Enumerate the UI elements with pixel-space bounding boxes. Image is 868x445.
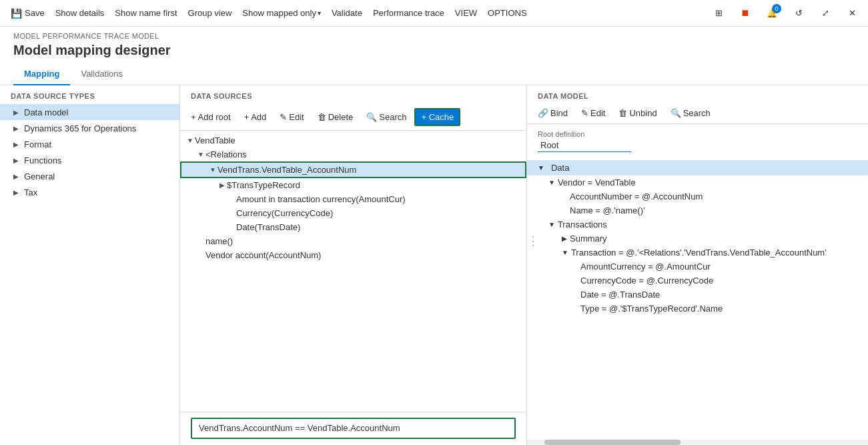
root-definition-area: Root definition [527, 124, 868, 157]
page-title: Model mapping designer [13, 43, 855, 58]
view-button[interactable]: VIEW [450, 5, 482, 21]
expand-arrow-vendtrans: ▼ [208, 166, 218, 173]
expand-icon-functions: ▶ [11, 155, 21, 165]
formula-bar: VendTrans.AccountNum == VendTable.Accoun… [180, 412, 526, 445]
content-area: DATA SOURCE TYPES ▶ Data model ▶ Dynamic… [0, 85, 868, 445]
expand-icon-format: ▶ [11, 139, 21, 149]
refresh-btn[interactable]: ↺ [788, 3, 809, 24]
tree-node-vendoraccount[interactable]: Vendor account(AccountNum) [180, 248, 526, 262]
expand-arrow-summary: ▶ [562, 235, 567, 242]
tree-node-amountcur[interactable]: Amount in transaction currency(AmountCur… [180, 192, 526, 206]
datasource-types-header: DATA SOURCE TYPES [0, 85, 179, 104]
close-icon: ✕ [849, 8, 856, 18]
expand-arrow-vendor: ▼ [548, 179, 555, 186]
tree-node-date[interactable]: Date(TransDate) [180, 220, 526, 234]
expand-arrow-transactions: ▼ [548, 221, 555, 228]
add-root-button[interactable]: + Add root [185, 109, 236, 125]
datasource-tree: ▼ VendTable ▼ <Relations ▼ VendTrans.Ven… [180, 131, 526, 412]
office-icon-btn[interactable]: ■ [735, 3, 756, 24]
cache-button[interactable]: + Cache [414, 108, 460, 126]
datasource-type-dynamics365[interactable]: ▶ Dynamics 365 for Operations [0, 120, 179, 136]
dm-node-transactions[interactable]: ▼ Transactions [527, 217, 868, 232]
bind-button[interactable]: 🔗 Bind [532, 105, 573, 121]
group-view-button[interactable]: Group view [183, 5, 238, 21]
expand-icon-tax: ▶ [11, 187, 21, 197]
delete-icon: 🗑 [318, 112, 326, 122]
notification-btn[interactable]: 🔔 0 [761, 3, 783, 24]
refresh-icon: ↺ [795, 8, 803, 18]
dm-node-transaction[interactable]: ▼ Transaction = @.'<Relations'.'VendTran… [527, 246, 868, 260]
maximize-icon: ⤢ [822, 8, 829, 18]
datamodel-tree: ▼ Data ▼ Vendor = VendTable AccountNumbe… [527, 157, 868, 440]
tree-node-transtyperecord[interactable]: ▶ $TransTypeRecord [180, 178, 526, 192]
notification-badge: 0 [772, 4, 781, 13]
edit-button[interactable]: ✎ Edit [274, 109, 309, 125]
search-icon: 🔍 [366, 112, 377, 122]
add-button[interactable]: + Add [239, 109, 272, 125]
tab-mapping[interactable]: Mapping [13, 63, 70, 85]
expand-arrow-vendtable: ▼ [185, 137, 195, 144]
middle-panel: DATA SOURCES + Add root + Add ✎ Edit 🗑 D… [180, 85, 527, 445]
dm-edit-button[interactable]: ✎ Edit [576, 105, 610, 121]
datamodel-header: DATA MODEL [527, 85, 868, 103]
breadcrumb: MODEL PERFORMANCE TRACE MODEL [13, 32, 855, 40]
unbind-icon: 🗑 [618, 108, 627, 118]
save-button[interactable]: 💾 Save [5, 5, 50, 21]
unbind-button[interactable]: 🗑 Unbind [613, 105, 662, 121]
root-definition-label: Root definition [538, 130, 584, 138]
expand-icon-dynamics365: ▶ [11, 123, 21, 133]
performance-trace-button[interactable]: Performance trace [368, 5, 450, 21]
tree-node-name[interactable]: name() [180, 234, 526, 248]
datasource-type-general[interactable]: ▶ General [0, 168, 179, 184]
dm-node-summary[interactable]: ▶ Summary [527, 232, 868, 246]
search-button[interactable]: 🔍 Search [361, 109, 412, 125]
datasource-type-datamodel[interactable]: ▶ Data model [0, 104, 179, 120]
page-header: MODEL PERFORMANCE TRACE MODEL Model mapp… [0, 27, 868, 85]
maximize-btn[interactable]: ⤢ [815, 3, 836, 24]
dm-node-name[interactable]: Name = @.'name()' [527, 203, 868, 217]
datasource-type-tax[interactable]: ▶ Tax [0, 184, 179, 200]
dm-node-accountnumber[interactable]: AccountNumber = @.AccountNum [527, 189, 868, 203]
dm-node-amountcurrency[interactable]: AmountCurrency = @.AmountCur [527, 260, 868, 274]
main-toolbar: 💾 Save Show details Show name first Grou… [0, 0, 868, 27]
main-container: MODEL PERFORMANCE TRACE MODEL Model mapp… [0, 27, 868, 445]
validate-button[interactable]: Validate [326, 5, 368, 21]
tab-validations[interactable]: Validations [70, 63, 133, 85]
dm-node-vendor[interactable]: ▼ Vendor = VendTable [527, 175, 868, 189]
show-details-button[interactable]: Show details [50, 5, 110, 21]
horizontal-scrollbar[interactable] [527, 440, 868, 445]
show-name-first-button[interactable]: Show name first [109, 5, 182, 21]
extension-icon: ⊞ [715, 8, 723, 18]
expand-icon-datamodel: ▶ [11, 107, 21, 117]
root-definition-input[interactable] [538, 139, 631, 152]
dm-node-type[interactable]: Type = @.'$TransTypeRecord'.Name [527, 302, 868, 316]
toolbar-right: ⊞ ■ 🔔 0 ↺ ⤢ ✕ [708, 3, 863, 24]
close-btn[interactable]: ✕ [841, 3, 863, 24]
options-button[interactable]: OPTIONS [482, 5, 532, 21]
dm-node-date[interactable]: Date = @.TransDate [527, 288, 868, 302]
datasource-type-functions[interactable]: ▶ Functions [0, 152, 179, 168]
dm-search-button[interactable]: 🔍 Search [665, 105, 716, 121]
formula-expression[interactable]: VendTrans.AccountNum == VendTable.Accoun… [191, 418, 516, 439]
datasources-header: DATA SOURCES [180, 85, 526, 104]
left-panel: DATA SOURCE TYPES ▶ Data model ▶ Dynamic… [0, 85, 180, 445]
tab-bar: Mapping Validations [13, 63, 855, 85]
expand-arrow-transaction: ▼ [562, 249, 568, 256]
office-icon: ■ [742, 6, 749, 20]
dm-node-currencycode[interactable]: CurrencyCode = @.CurrencyCode [527, 274, 868, 288]
dm-node-data[interactable]: ▼ Data [527, 160, 868, 175]
tree-node-vendtable[interactable]: ▼ VendTable [180, 133, 526, 147]
expand-icon-general: ▶ [11, 171, 21, 181]
tree-node-currency[interactable]: Currency(CurrencyCode) [180, 206, 526, 220]
delete-button[interactable]: 🗑 Delete [312, 109, 359, 125]
scrollbar-thumb[interactable] [544, 440, 681, 445]
datasource-type-format[interactable]: ▶ Format [0, 136, 179, 152]
dm-search-icon: 🔍 [671, 108, 681, 118]
tree-node-vendtrans-accountnum[interactable]: ▼ VendTrans.VendTable_AccountNum [180, 161, 526, 178]
extension-icon-btn[interactable]: ⊞ [708, 3, 729, 24]
show-mapped-only-button[interactable]: Show mapped only ▾ [237, 5, 326, 21]
datasource-toolbar: + Add root + Add ✎ Edit 🗑 Delete 🔍 Searc… [180, 104, 526, 131]
expand-arrow-data: ▼ [538, 164, 544, 171]
tree-node-relations[interactable]: ▼ <Relations [180, 147, 526, 161]
expand-arrow-transtyperecord: ▶ [218, 181, 227, 189]
